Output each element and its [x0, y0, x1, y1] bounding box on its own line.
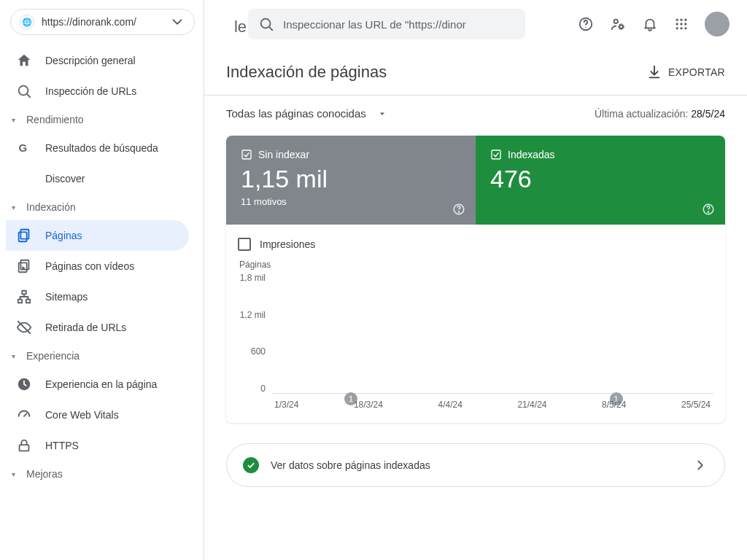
sitemap-icon: [16, 289, 32, 305]
info-icon[interactable]: [452, 203, 465, 216]
sidebar-item-pages[interactable]: Páginas: [6, 220, 189, 251]
chart-y-axis: 1,8 mil 1,2 mil 600 0: [238, 271, 271, 410]
search-icon: [16, 83, 32, 99]
lock-icon: [16, 438, 32, 454]
filter-label: Todas las páginas conocidas: [226, 107, 366, 120]
svg-point-23: [684, 19, 686, 21]
export-button[interactable]: EXPORTAR: [646, 64, 725, 80]
sidebar-item-label: HTTPS: [45, 440, 79, 451]
sidebar: 🌐 https://dinorank.com/ Descripción gene…: [0, 0, 204, 560]
url-inspect-search[interactable]: [248, 9, 525, 39]
sidebar-item-removals[interactable]: Retirada de URLs: [6, 312, 189, 343]
sidebar-item-label: Inspección de URLs: [45, 85, 136, 97]
tab-indexed[interactable]: Indexadas 476: [476, 136, 725, 225]
not-indexed-count: 1,15 mil: [241, 165, 461, 193]
indexing-chart: Páginas 1,8 mil 1,2 mil 600 0 1 1: [226, 254, 725, 423]
users-settings-icon[interactable]: [610, 16, 626, 32]
sidebar-item-label: Core Web Vitals: [45, 409, 119, 421]
svg-rect-32: [242, 150, 251, 159]
topbar-actions: [578, 12, 729, 36]
main-content: le: [204, 0, 747, 560]
svg-line-13: [24, 413, 27, 416]
sidebar-item-https[interactable]: HTTPS: [6, 430, 189, 461]
sidebar-item-cwv[interactable]: Core Web Vitals: [6, 400, 189, 430]
sidebar-section-enhancements[interactable]: ▾ Mejoras: [6, 461, 198, 487]
sidebar-section-label: Experiencia: [26, 350, 80, 362]
sidebar-section-experience[interactable]: ▾ Experiencia: [6, 343, 198, 369]
tab-label: Sin indexar: [258, 149, 309, 160]
video-pages-icon: [16, 258, 32, 274]
sidebar-section-label: Mejoras: [26, 468, 63, 480]
sidebar-section-performance[interactable]: ▾ Rendimiento: [6, 106, 198, 133]
svg-point-22: [680, 19, 682, 21]
page-filter-dropdown[interactable]: Todas las páginas conocidas: [226, 107, 387, 120]
checkbox-checked-icon: [490, 149, 502, 160]
sidebar-item-discover[interactable]: Discover: [6, 163, 189, 194]
impressions-label: Impresiones: [260, 238, 315, 250]
chevron-down-icon: [378, 109, 387, 118]
chart-plot[interactable]: 1 1 1/3/24 18/3/24 4/4/24 21/4/24 8/5/24…: [271, 271, 713, 410]
sidebar-section-indexing[interactable]: ▾ Indexación: [6, 194, 198, 220]
svg-point-19: [614, 20, 619, 23]
svg-line-16: [269, 27, 272, 30]
page-title: Indexación de páginas: [226, 63, 387, 82]
svg-point-34: [458, 211, 459, 212]
download-icon: [646, 64, 662, 80]
check-circle-icon: [243, 457, 259, 473]
impressions-toggle[interactable]: Impresiones: [226, 225, 725, 254]
indexed-data-link[interactable]: Ver datos sobre páginas indexadas: [226, 443, 725, 487]
svg-point-21: [676, 19, 678, 21]
svg-marker-31: [380, 112, 384, 115]
link-card-label: Ver datos sobre páginas indexadas: [271, 459, 430, 471]
chevron-right-icon: [692, 457, 708, 473]
sidebar-item-search-results[interactable]: G Resultados de búsqueda: [6, 133, 189, 163]
info-icon[interactable]: [702, 203, 715, 216]
tab-not-indexed[interactable]: Sin indexar 1,15 mil 11 motivos: [226, 136, 476, 225]
sidebar-item-overview[interactable]: Descripción general: [6, 45, 189, 76]
svg-point-26: [684, 23, 686, 25]
indexed-count: 476: [490, 165, 711, 193]
svg-rect-35: [492, 150, 500, 159]
sidebar-section-label: Indexación: [26, 201, 76, 213]
site-favicon: 🌐: [20, 15, 34, 29]
brand-fragment: le: [204, 18, 247, 36]
sidebar-item-label: Retirada de URLs: [45, 322, 126, 333]
tab-label: Indexadas: [508, 149, 555, 160]
checkbox-checked-icon: [241, 149, 252, 160]
chart-y-label: Páginas: [239, 260, 713, 270]
sidebar-item-label: Resultados de búsqueda: [45, 142, 158, 154]
property-selector[interactable]: 🌐 https://dinorank.com/: [10, 9, 195, 35]
sidebar-item-sitemaps[interactable]: Sitemaps: [6, 281, 189, 312]
sidebar-item-label: Experiencia en la página: [45, 378, 157, 390]
topbar: [204, 0, 747, 48]
google-icon: G: [16, 140, 32, 156]
svg-point-27: [676, 27, 678, 29]
chevron-down-icon: ▾: [12, 470, 20, 478]
help-icon[interactable]: [578, 16, 594, 32]
property-url: https://dinorank.com/: [42, 16, 162, 28]
notifications-icon[interactable]: [642, 16, 658, 32]
svg-point-25: [680, 23, 682, 25]
chevron-down-icon: [169, 14, 185, 30]
avatar[interactable]: [705, 12, 729, 36]
discover-icon: [16, 171, 32, 187]
search-input[interactable]: [283, 18, 515, 31]
sidebar-section-label: Rendimiento: [26, 114, 84, 125]
not-indexed-reasons: 11 motivos: [241, 196, 461, 207]
sidebar-item-label: Discover: [45, 173, 85, 184]
sidebar-item-video-pages[interactable]: Páginas con vídeos: [6, 251, 189, 281]
sidebar-item-label: Páginas: [45, 230, 82, 241]
svg-line-1: [27, 94, 30, 97]
chevron-down-icon: ▾: [12, 203, 20, 211]
summary-card: Sin indexar 1,15 mil 11 motivos: [226, 136, 725, 423]
sidebar-item-label: Sitemaps: [45, 291, 88, 303]
export-label: EXPORTAR: [668, 66, 725, 78]
sidebar-item-page-experience[interactable]: Experiencia en la página: [6, 369, 189, 400]
apps-grid-icon[interactable]: [674, 17, 689, 31]
page-experience-icon: [16, 376, 32, 392]
last-update: Última actualización: 28/5/24: [595, 108, 725, 120]
chart-x-axis: 1/3/24 18/3/24 4/4/24 21/4/24 8/5/24 25/…: [271, 400, 713, 410]
svg-point-37: [708, 211, 708, 212]
speed-icon: [16, 407, 32, 423]
sidebar-item-url-inspection[interactable]: Inspección de URLs: [6, 76, 189, 106]
